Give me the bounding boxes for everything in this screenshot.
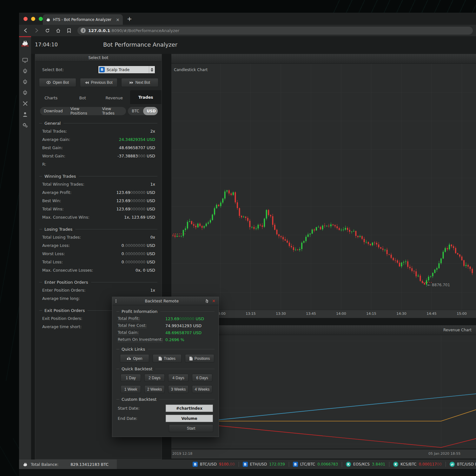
profit-label: Total Profit:: [118, 316, 140, 321]
tab-close-icon[interactable]: ×: [116, 17, 120, 22]
dropdown-spinner-icon[interactable]: [149, 66, 155, 73]
profit-label: Return On Investment:: [118, 337, 163, 342]
close-window-button[interactable]: [23, 17, 28, 21]
start-date-input[interactable]: [166, 405, 213, 412]
quicklink-positions-button[interactable]: Positions: [185, 354, 214, 363]
profit-label: Total Fee Cost:: [118, 323, 147, 328]
legend-line: [91, 282, 158, 282]
tab-revenue[interactable]: Revenue: [98, 92, 130, 104]
tab-charts[interactable]: Charts: [35, 92, 67, 104]
stat-value: 1x: [150, 288, 155, 293]
stat-row: Max. Consecutive Losses:0x, 0 USD: [35, 266, 162, 274]
end-date-input[interactable]: [166, 415, 213, 422]
robot-icon[interactable]: [19, 77, 31, 87]
section-title: Quick Links: [122, 347, 145, 352]
browser-toolbar: i 127.0.0.1 :8090/#/BotPerformanceAnalyz…: [19, 25, 476, 36]
profit-label: Total Gain:: [118, 330, 139, 335]
home-icon[interactable]: [54, 26, 62, 35]
previous-bot-button[interactable]: Previous Bot: [80, 78, 117, 87]
reload-icon[interactable]: [43, 26, 51, 35]
balance-label: Total Balance:: [31, 462, 58, 467]
open-bot-button[interactable]: Open Bot: [39, 78, 76, 87]
x-tick-label: 14:45: [426, 312, 437, 316]
backtest-1-day-button[interactable]: 1 Day: [121, 374, 141, 382]
user-icon[interactable]: [19, 109, 31, 119]
section-legend: Losing Trades: [39, 227, 157, 232]
quick-links-row: OpenTradesPositions: [120, 354, 214, 363]
kucoin-icon: K: [393, 462, 398, 467]
url-bar[interactable]: i 127.0.0.1 :8090/#/BotPerformanceAnalyz…: [77, 27, 473, 35]
ticker-btc-usd-btc-perpetual[interactable]: ⇄BTC/USD (BTC-PERPETUAL: [446, 462, 476, 467]
stat-row: Best Win:123.69000000 USD: [35, 196, 162, 205]
selected-bot-name: Scalp Trade: [107, 67, 149, 72]
select-bot-panel-title: Select bot: [35, 54, 162, 62]
stat-value-dim: 000: [138, 154, 145, 158]
quicklink-trades-button[interactable]: Trades: [153, 354, 182, 363]
dialog-close-icon[interactable]: ✕: [212, 299, 215, 303]
tab-bot[interactable]: Bot: [67, 92, 99, 104]
candlestick-chart-panel: Candlestick Chart ← 8876.701 13:0013:151…: [171, 54, 476, 317]
ticker-eth-usd[interactable]: BETH/USD172.039: [239, 462, 289, 467]
gears-icon[interactable]: [19, 120, 31, 130]
stat-value: -37.38883000 USD: [117, 154, 155, 158]
bitfinex-icon: B: [193, 462, 198, 467]
revenue-x-axis: 2019 12:18 05 Jan 2020 18:55: [171, 449, 476, 459]
stat-value: 48.69658707 USD: [119, 145, 155, 150]
pin-hand-icon[interactable]: [205, 299, 209, 303]
backtest-2-weeks-button[interactable]: 2 Weeks: [144, 385, 165, 393]
subtab-download[interactable]: Download: [40, 107, 67, 115]
section-title: Quick Backtest: [122, 367, 152, 371]
currency-tab-usd[interactable]: USD: [143, 107, 158, 115]
subtab-view-trades[interactable]: View Trades: [98, 107, 126, 115]
backtest-1-week-button[interactable]: 1 Week: [121, 385, 141, 393]
select-bot-row: Select Bot: B Scalp Trade: [42, 66, 155, 74]
bookmark-icon[interactable]: [65, 26, 73, 35]
deribit-icon: ⇄: [450, 462, 455, 467]
legend-line: [160, 311, 215, 312]
candlestick-chart[interactable]: Candlestick Chart ← 8876.701: [171, 64, 476, 310]
next-bot-button[interactable]: Next Bot: [121, 78, 158, 87]
backtest-3-weeks-button[interactable]: 3 Weeks: [168, 385, 188, 393]
quicklink-open-button[interactable]: Open: [120, 354, 149, 363]
forward-icon[interactable]: [32, 26, 41, 35]
zoom-window-button[interactable]: [39, 17, 43, 21]
select-bot-label: Select Bot:: [42, 67, 64, 72]
profit-value: 74.99341293 USD: [165, 323, 202, 328]
tab-trades[interactable]: Trades: [130, 90, 162, 104]
stat-value-dim: .00000000: [124, 251, 146, 256]
stat-value-suffix: USD: [145, 207, 155, 211]
ticker-ltc-btc[interactable]: BLTC/BTC0.0066783: [289, 462, 342, 467]
bot-buttons-row: Open BotPrevious BotNext Bot: [39, 78, 158, 87]
backtest-6-days-button[interactable]: 6 Days: [192, 374, 212, 382]
ticker-eos-kcs[interactable]: KEOS/KCS3.8401: [342, 462, 389, 467]
backtest-4-days-button[interactable]: 4 Days: [168, 374, 188, 382]
backtest-4-weeks-button[interactable]: 4 Weeks: [192, 385, 212, 393]
subtab-view-positions[interactable]: View Positions: [67, 107, 98, 115]
site-info-icon[interactable]: i: [81, 28, 86, 33]
robot-icon[interactable]: [19, 66, 31, 76]
backtest-2-days-button[interactable]: 2 Days: [144, 374, 165, 382]
section-legend: Profit Information: [116, 309, 215, 314]
stat-label: R:: [42, 162, 46, 167]
ticker-kcs-btc[interactable]: KKCS/BTC0.00011700: [389, 462, 446, 467]
status-bar: Total Balance: 829.13412183 BTC BBTC/USD…: [19, 459, 476, 469]
drag-handle-icon[interactable]: [116, 299, 116, 303]
stat-label: Worst Gain:: [42, 154, 65, 158]
bot-select-dropdown[interactable]: B Scalp Trade: [98, 66, 155, 74]
robot-icon[interactable]: [19, 88, 31, 97]
svg-text:← 8876.701: ← 8876.701: [427, 283, 450, 287]
new-tab-button[interactable]: +: [127, 15, 132, 22]
back-icon[interactable]: [22, 26, 30, 35]
dialog-titlebar[interactable]: Backtest Remote ✕: [112, 297, 219, 305]
legend-line: [159, 399, 215, 400]
tools-icon[interactable]: [19, 99, 31, 108]
currency-tab-btc[interactable]: BTC: [128, 107, 143, 115]
browser-tab[interactable]: HTS - Bot Performance Analyzer ×: [43, 14, 123, 25]
start-backtest-button[interactable]: Start: [169, 424, 213, 432]
url-path: :8090/#/BotPerformanceAnalyzer: [110, 28, 179, 33]
ticker-btc-usd[interactable]: BBTC/USD9100.00: [189, 462, 239, 467]
profit-row: Total Gain:48.69658707 USD: [112, 329, 219, 336]
stat-label: Total Trades:: [42, 129, 67, 134]
monitor-icon[interactable]: [19, 56, 31, 65]
minimize-window-button[interactable]: [31, 17, 35, 21]
